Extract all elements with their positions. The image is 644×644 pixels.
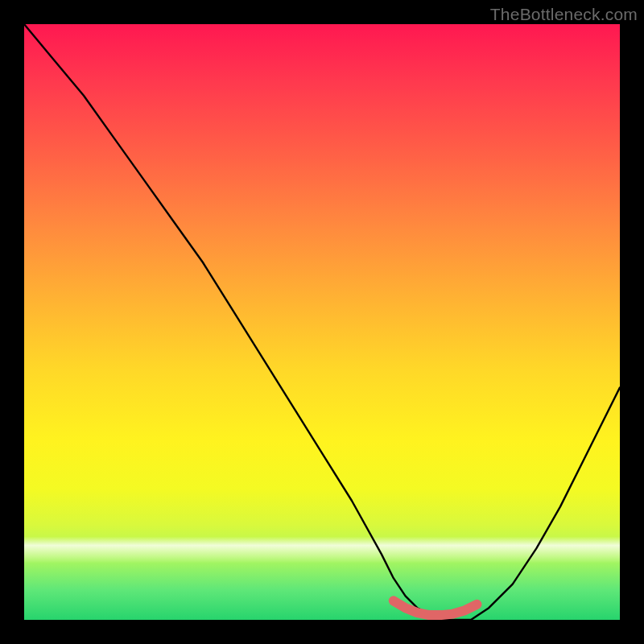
plot-area	[24, 24, 620, 620]
curve-layer	[24, 24, 620, 620]
bottleneck-curve	[24, 24, 620, 620]
chart-frame: TheBottleneck.com	[0, 0, 644, 644]
optimal-range-marker	[394, 601, 477, 615]
watermark-text: TheBottleneck.com	[490, 5, 638, 24]
